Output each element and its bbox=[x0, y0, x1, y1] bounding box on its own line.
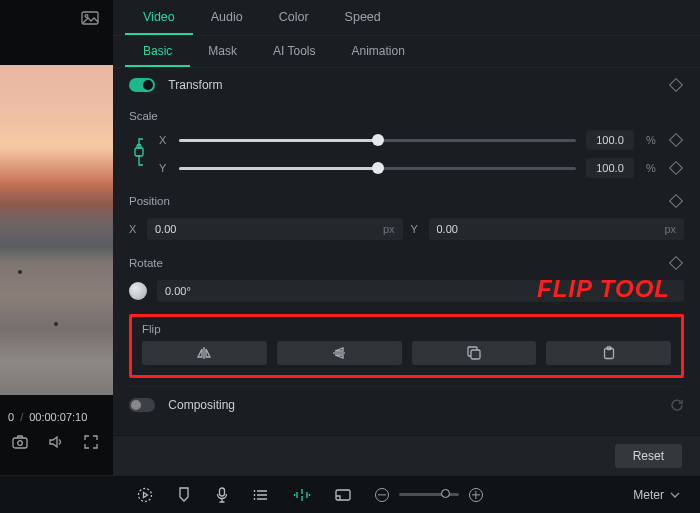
svg-point-3 bbox=[18, 441, 23, 446]
lock-aspect-icon[interactable] bbox=[132, 137, 146, 167]
timeline-zoom bbox=[375, 488, 483, 502]
copy-button[interactable] bbox=[412, 341, 537, 365]
paste-button[interactable] bbox=[546, 341, 671, 365]
meter-dropdown[interactable]: Meter bbox=[627, 484, 686, 506]
scale-y-value[interactable]: 100.0 bbox=[586, 158, 634, 178]
svg-rect-4 bbox=[135, 148, 143, 156]
position-label: Position bbox=[129, 195, 170, 207]
transform-label: Transform bbox=[168, 78, 222, 92]
snapshot-icon[interactable] bbox=[12, 435, 28, 449]
scale-label: Scale bbox=[129, 102, 684, 126]
svg-rect-2 bbox=[13, 438, 27, 448]
position-y-axis: Y bbox=[411, 223, 421, 235]
tab-video[interactable]: Video bbox=[125, 0, 193, 35]
volume-icon[interactable] bbox=[48, 435, 64, 449]
svg-rect-5 bbox=[471, 350, 480, 359]
preview-viewport[interactable] bbox=[0, 65, 113, 395]
image-mode-icon[interactable] bbox=[81, 11, 99, 25]
rotate-keyframe-icon[interactable] bbox=[669, 256, 683, 270]
rotate-dial[interactable] bbox=[129, 282, 147, 300]
scale-y-keyframe-icon[interactable] bbox=[669, 161, 683, 175]
subtab-aitools[interactable]: AI Tools bbox=[255, 36, 333, 67]
svg-point-1 bbox=[85, 14, 88, 17]
subtab-animation[interactable]: Animation bbox=[333, 36, 422, 67]
zoom-slider[interactable] bbox=[399, 493, 459, 496]
tab-speed[interactable]: Speed bbox=[327, 0, 399, 35]
flip-horizontal-button[interactable] bbox=[142, 341, 267, 365]
playhead-time: 0 / 00:00:07:10 bbox=[8, 411, 105, 423]
compositing-label: Compositing bbox=[168, 398, 235, 412]
total-time: 00:00:07:10 bbox=[29, 411, 87, 423]
scale-x-value[interactable]: 100.0 bbox=[586, 130, 634, 150]
flip-vertical-button[interactable] bbox=[277, 341, 402, 365]
zoom-out-button[interactable] bbox=[375, 488, 389, 502]
scale-x-slider[interactable] bbox=[179, 139, 576, 142]
scale-y-row: Y 100.0 % bbox=[129, 154, 684, 182]
compositing-reset-icon[interactable] bbox=[670, 398, 684, 412]
tab-audio[interactable]: Audio bbox=[193, 0, 261, 35]
aspect-icon[interactable] bbox=[335, 489, 351, 501]
svg-rect-10 bbox=[336, 490, 350, 500]
preview-panel: 0 / 00:00:07:10 bbox=[0, 0, 113, 475]
scale-y-slider[interactable] bbox=[179, 167, 576, 170]
flip-label: Flip bbox=[142, 317, 671, 341]
compositing-toggle[interactable] bbox=[129, 398, 155, 412]
position-y-input[interactable]: 0.00 px bbox=[429, 218, 685, 240]
zoom-in-button[interactable] bbox=[469, 488, 483, 502]
position-x-input[interactable]: 0.00 px bbox=[147, 218, 403, 240]
tracks-icon[interactable] bbox=[253, 488, 269, 502]
scale-x-axis: X bbox=[159, 134, 169, 146]
transform-keyframe-icon[interactable] bbox=[669, 78, 683, 92]
rotate-label: Rotate bbox=[129, 257, 163, 269]
voiceover-icon[interactable] bbox=[215, 487, 229, 503]
svg-rect-9 bbox=[219, 488, 224, 496]
render-preview-icon[interactable] bbox=[137, 487, 153, 503]
subtab-basic[interactable]: Basic bbox=[125, 36, 190, 67]
transform-toggle[interactable] bbox=[129, 78, 155, 92]
reset-button[interactable]: Reset bbox=[615, 444, 682, 468]
timeline-toolbar: Meter bbox=[0, 475, 700, 513]
subtab-mask[interactable]: Mask bbox=[190, 36, 255, 67]
fullscreen-icon[interactable] bbox=[84, 435, 98, 449]
annotation-flip-tool: FLIP TOOL bbox=[537, 275, 670, 303]
position-x-axis: X bbox=[129, 223, 139, 235]
tab-color[interactable]: Color bbox=[261, 0, 327, 35]
auto-enhance-icon[interactable] bbox=[293, 487, 311, 503]
scale-x-row: X 100.0 % bbox=[129, 126, 684, 154]
svg-point-8 bbox=[138, 488, 151, 501]
scale-x-keyframe-icon[interactable] bbox=[669, 133, 683, 147]
current-time: 0 bbox=[8, 411, 14, 423]
position-keyframe-icon[interactable] bbox=[669, 194, 683, 208]
scale-y-axis: Y bbox=[159, 162, 169, 174]
inspector-main-tabs: Video Audio Color Speed bbox=[113, 0, 700, 36]
inspector-sub-tabs: Basic Mask AI Tools Animation bbox=[113, 36, 700, 68]
inspector-panel: Video Audio Color Speed Basic Mask AI To… bbox=[113, 0, 700, 475]
chevron-down-icon bbox=[670, 491, 680, 499]
marker-icon[interactable] bbox=[177, 487, 191, 503]
flip-highlight-box: Flip bbox=[129, 314, 684, 378]
